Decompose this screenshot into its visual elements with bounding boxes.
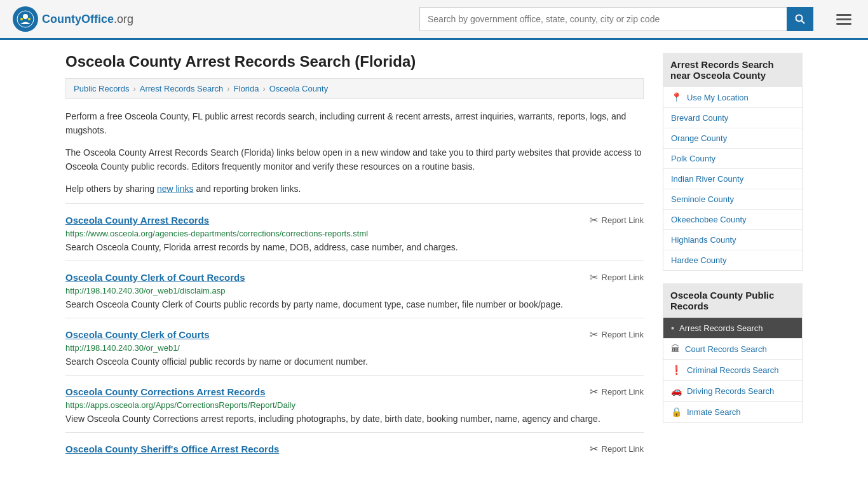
court-records-search-link[interactable]: 🏛 Court Records Search <box>663 339 802 359</box>
inmate-search-item: 🔒 Inmate Search <box>663 402 802 422</box>
report-link-button-2[interactable]: ✂ Report Link <box>590 271 644 283</box>
driving-records-search-item: 🚗 Driving Records Search <box>663 381 802 402</box>
svg-point-3 <box>28 18 31 20</box>
county-item: Okeechobee County <box>663 210 802 230</box>
result-header: Osceola County Clerk of Court Records ✂ … <box>65 271 644 283</box>
criminal-records-icon: ❗ <box>671 365 682 375</box>
use-my-location-link[interactable]: 📍 Use My Location <box>663 87 802 107</box>
criminal-records-search-link[interactable]: ❗ Criminal Records Search <box>663 360 802 380</box>
breadcrumb-osceola-county[interactable]: Osceola County <box>269 84 329 93</box>
main-wrapper: Osceola County Arrest Records Search (Fl… <box>53 40 815 477</box>
report-link-button-5[interactable]: ✂ Report Link <box>590 443 644 455</box>
breadcrumb-arrest-records-search[interactable]: Arrest Records Search <box>140 84 224 93</box>
court-records-search-item: 🏛 Court Records Search <box>663 339 802 360</box>
result-title-2[interactable]: Osceola County Clerk of Court Records <box>65 272 245 283</box>
result-desc-3: Search Osceola County official public re… <box>65 355 644 369</box>
logo-link[interactable]: CountyOffice.org <box>13 6 133 32</box>
arrest-records-label: Arrest Records Search <box>679 323 763 333</box>
nearby-section-header: Arrest Records Search near Osceola Count… <box>663 53 803 87</box>
result-desc-4: View Osceola County Corrections arrest r… <box>65 412 644 426</box>
result-item: Osceola County Arrest Records ✂ Report L… <box>65 203 644 261</box>
breadcrumb: Public Records › Arrest Records Search ›… <box>65 78 644 99</box>
highlands-county-link[interactable]: Highlands County <box>663 230 802 250</box>
report-icon-4: ✂ <box>590 386 598 398</box>
location-dot-icon: 📍 <box>671 92 682 102</box>
result-title-5[interactable]: Osceola County Sheriff's Office Arrest R… <box>65 444 279 454</box>
orange-county-link[interactable]: Orange County <box>663 128 802 148</box>
report-link-label-3: Report Link <box>602 330 644 339</box>
result-header: Osceola County Clerk of Courts ✂ Report … <box>65 329 644 341</box>
svg-point-1 <box>23 14 28 19</box>
county-item: Polk County <box>663 149 802 169</box>
okeechobee-county-link[interactable]: Okeechobee County <box>663 210 802 229</box>
description-3: Help others by sharing new links and rep… <box>65 182 644 196</box>
county-item: Brevard County <box>663 108 802 128</box>
hardee-county-link[interactable]: Hardee County <box>663 250 802 270</box>
breadcrumb-sep-1: › <box>133 84 135 93</box>
logo-text: CountyOffice.org <box>42 13 133 26</box>
result-desc-2: Search Osceola County Clerk of Courts pu… <box>65 298 644 311</box>
result-item: Osceola County Sheriff's Office Arrest R… <box>65 432 644 464</box>
report-icon-1: ✂ <box>590 214 598 226</box>
court-records-icon: 🏛 <box>671 344 680 354</box>
report-link-label-5: Report Link <box>602 444 644 454</box>
use-my-location-item: 📍 Use My Location <box>663 87 802 108</box>
result-url-4: https://apps.osceola.org/Apps/Correction… <box>65 400 644 410</box>
result-url-2: http://198.140.240.30/or_web1/disclaim.a… <box>65 286 644 295</box>
sidebar: Arrest Records Search near Osceola Count… <box>663 53 803 464</box>
criminal-records-label: Criminal Records Search <box>687 365 779 375</box>
result-title-1[interactable]: Osceola County Arrest Records <box>65 215 209 226</box>
breadcrumb-florida[interactable]: Florida <box>234 84 259 93</box>
report-icon-2: ✂ <box>590 271 598 283</box>
report-link-label-1: Report Link <box>602 215 644 225</box>
svg-line-5 <box>802 21 805 24</box>
use-my-location-label: Use My Location <box>687 93 749 102</box>
result-url-1: https://www.osceola.org/agencies-departm… <box>65 229 644 238</box>
seminole-county-link[interactable]: Seminole County <box>663 189 802 209</box>
search-input[interactable] <box>419 7 787 31</box>
search-icon <box>795 14 805 24</box>
result-item: Osceola County Clerk of Court Records ✂ … <box>65 261 644 318</box>
county-item: Seminole County <box>663 189 802 210</box>
public-records-section-header: Osceola County Public Records <box>663 283 803 318</box>
description-1: Perform a free Osceola County, FL public… <box>65 109 644 138</box>
logo-icon <box>13 6 38 32</box>
county-item: Hardee County <box>663 250 802 270</box>
menu-line-2 <box>836 18 851 20</box>
arrest-records-search-link[interactable]: ▪ Arrest Records Search <box>663 318 802 338</box>
search-button[interactable] <box>787 7 813 31</box>
inmate-search-link[interactable]: 🔒 Inmate Search <box>663 402 802 422</box>
nearby-list: 📍 Use My Location Brevard County Orange … <box>663 87 803 271</box>
driving-records-search-link[interactable]: 🚗 Driving Records Search <box>663 381 802 401</box>
arrest-records-search-item: ▪ Arrest Records Search <box>663 318 802 339</box>
breadcrumb-public-records[interactable]: Public Records <box>74 84 129 93</box>
results-list: Osceola County Arrest Records ✂ Report L… <box>65 203 644 464</box>
report-link-label-2: Report Link <box>602 273 644 282</box>
new-links-link[interactable]: new links <box>157 184 194 194</box>
report-icon-5: ✂ <box>590 443 598 455</box>
svg-point-2 <box>20 18 23 20</box>
report-link-button-4[interactable]: ✂ Report Link <box>590 386 644 398</box>
criminal-records-search-item: ❗ Criminal Records Search <box>663 360 802 381</box>
hamburger-menu-button[interactable] <box>832 10 855 29</box>
driving-records-icon: 🚗 <box>671 386 682 396</box>
inmate-search-icon: 🔒 <box>671 407 682 417</box>
nearby-section: Arrest Records Search near Osceola Count… <box>663 53 803 271</box>
breadcrumb-sep-3: › <box>262 84 265 93</box>
result-header: Osceola County Arrest Records ✂ Report L… <box>65 214 644 226</box>
court-records-label: Court Records Search <box>685 344 767 354</box>
report-icon-3: ✂ <box>590 329 598 341</box>
result-title-4[interactable]: Osceola County Corrections Arrest Record… <box>65 386 266 397</box>
report-link-label-4: Report Link <box>602 387 644 396</box>
indian-river-county-link[interactable]: Indian River County <box>663 169 802 189</box>
result-item: Osceola County Clerk of Courts ✂ Report … <box>65 318 644 375</box>
result-desc-1: Search Osceola County, Florida arrest re… <box>65 241 644 254</box>
result-header: Osceola County Sheriff's Office Arrest R… <box>65 443 644 455</box>
report-link-button-3[interactable]: ✂ Report Link <box>590 329 644 341</box>
polk-county-link[interactable]: Polk County <box>663 149 802 168</box>
result-header: Osceola County Corrections Arrest Record… <box>65 386 644 398</box>
result-title-3[interactable]: Osceola County Clerk of Courts <box>65 329 210 340</box>
brevard-county-link[interactable]: Brevard County <box>663 108 802 128</box>
menu-line-3 <box>836 23 851 25</box>
report-link-button-1[interactable]: ✂ Report Link <box>590 214 644 226</box>
